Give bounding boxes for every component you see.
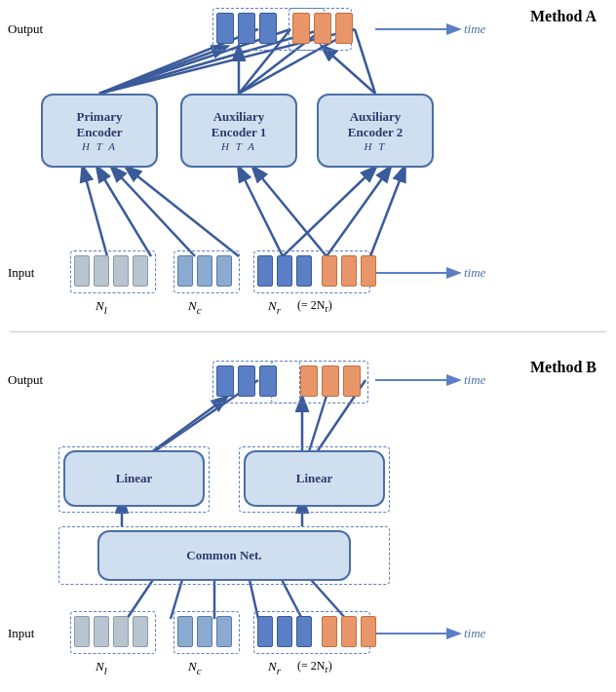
output-b-token-o3	[343, 365, 361, 397]
output-b-token-b1	[216, 365, 234, 397]
output-token-o1	[292, 13, 310, 44]
svg-line-20	[327, 168, 390, 256]
input-token-g2	[94, 255, 109, 287]
linear2-box: Linear	[244, 450, 385, 507]
input-b-token-lb1	[177, 616, 193, 647]
nc-label-b: Nc	[188, 659, 201, 676]
input-b-token-g3	[113, 616, 129, 647]
svg-line-14	[97, 168, 151, 256]
input-token-lb2	[197, 255, 212, 287]
output-b-token-b2	[238, 365, 255, 397]
method-b-label: Method B	[530, 359, 597, 376]
input-b-token-no3	[361, 616, 376, 647]
nr-label-a: Nr	[268, 298, 281, 316]
method-a-time-output: time	[464, 21, 485, 37]
svg-line-13	[83, 168, 107, 256]
output-b-token-o1	[300, 365, 318, 397]
common-net-box: Common Net.	[97, 530, 351, 581]
aux2-encoder-box: Auxiliary Encoder 2 H T	[317, 94, 434, 168]
output-token-b2	[238, 13, 255, 44]
input-b-token-no1	[322, 616, 337, 647]
aux2-encoder-sub: H T	[365, 140, 387, 152]
primary-encoder-sub: H T A	[82, 140, 117, 152]
method-b-output-label: Output	[8, 372, 43, 388]
primary-encoder-subtitle: Encoder	[77, 125, 123, 140]
output-b-token-o2	[322, 365, 339, 397]
input-token-no2	[341, 255, 357, 287]
nr-label-b: Nr	[268, 659, 281, 676]
input-b-token-g2	[94, 616, 109, 647]
method-a-input-label: Input	[8, 265, 34, 281]
input-b-token-g1	[74, 616, 90, 647]
svg-line-21	[370, 168, 404, 256]
input-token-g3	[113, 255, 129, 287]
method-b-time-input: time	[464, 626, 485, 641]
output-token-b3	[259, 13, 277, 44]
input-b-token-lb2	[197, 616, 212, 647]
input-b-token-lb3	[216, 616, 232, 647]
nr-eq-a: (= 2Nr)	[297, 298, 332, 314]
svg-line-19	[283, 168, 375, 256]
input-token-nb2	[277, 255, 292, 287]
primary-encoder-title: Primary	[77, 109, 123, 125]
input-token-nb1	[257, 255, 273, 287]
input-b-token-nb1	[257, 616, 273, 647]
common-net-label: Common Net.	[186, 548, 261, 563]
primary-encoder-box: Primary Encoder H T A	[41, 94, 158, 168]
linear1-box: Linear	[63, 450, 205, 507]
input-token-nb3	[296, 255, 312, 287]
aux2-encoder-subtitle: Encoder 2	[348, 125, 403, 140]
aux1-encoder-subtitle: Encoder 1	[212, 125, 266, 140]
input-token-lb3	[216, 255, 232, 287]
svg-line-16	[127, 168, 239, 256]
method-a-output-label: Output	[8, 21, 43, 37]
aux1-encoder-box: Auxiliary Encoder 1 H T A	[180, 94, 297, 168]
svg-line-12	[355, 29, 375, 94]
input-b-token-nb3	[296, 616, 312, 647]
output-token-o2	[314, 13, 331, 44]
nl-label-b: Nl	[96, 659, 107, 676]
method-a-label: Method A	[530, 8, 597, 25]
aux1-encoder-title: Auxiliary	[213, 109, 265, 125]
aux2-encoder-title: Auxiliary	[350, 109, 402, 125]
linear1-label: Linear	[116, 471, 153, 486]
divider-line	[10, 331, 606, 332]
svg-line-15	[112, 168, 195, 256]
method-b-time-output: time	[464, 372, 485, 388]
method-a-time-input: time	[464, 265, 485, 281]
input-token-no3	[361, 255, 376, 287]
linear2-label: Linear	[296, 471, 333, 486]
svg-line-18	[253, 168, 327, 256]
input-b-token-no2	[341, 616, 357, 647]
input-token-g1	[74, 255, 90, 287]
method-b-input-label: Input	[8, 626, 34, 641]
svg-line-11	[323, 47, 375, 94]
diagram-container: Method A Output time Primary Encoder H T…	[0, 0, 616, 692]
svg-line-17	[239, 168, 283, 256]
input-token-g4	[133, 255, 148, 287]
input-token-lb1	[177, 255, 193, 287]
aux1-encoder-sub: H T A	[221, 140, 256, 152]
input-b-token-nb2	[277, 616, 292, 647]
input-b-token-g4	[133, 616, 148, 647]
input-token-no1	[322, 255, 337, 287]
nr-eq-b: (= 2Nr)	[297, 659, 332, 674]
output-token-b1	[216, 13, 234, 44]
nl-label-a: Nl	[96, 298, 107, 316]
output-token-o3	[335, 13, 353, 44]
nc-label-a: Nc	[188, 298, 201, 316]
svg-line-2	[99, 47, 226, 94]
